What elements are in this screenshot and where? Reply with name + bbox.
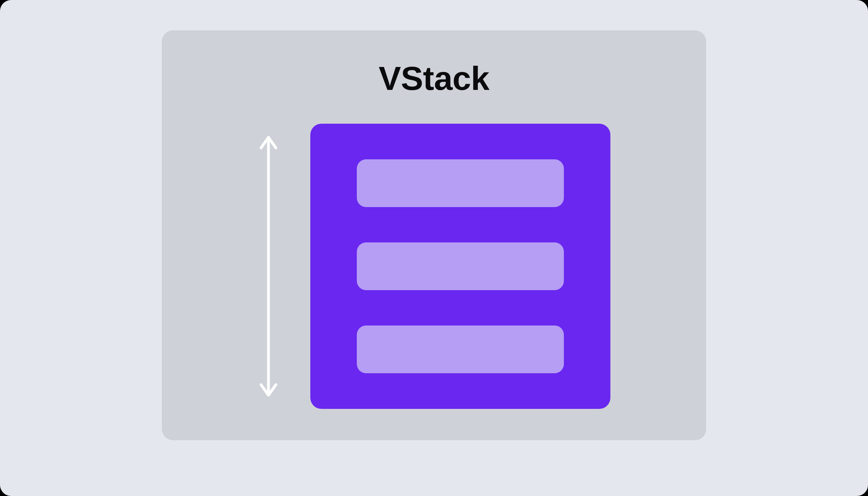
vstack-container <box>310 124 610 409</box>
vstack-item <box>357 326 564 373</box>
diagram-title: VStack <box>378 59 489 98</box>
diagram-frame: VStack <box>0 0 868 496</box>
diagram-card: VStack <box>162 30 706 440</box>
vstack-item <box>357 159 564 207</box>
vstack-item <box>357 243 564 290</box>
vertical-arrow <box>258 124 279 409</box>
double-arrow-icon <box>258 134 279 398</box>
stack-row <box>258 124 610 409</box>
